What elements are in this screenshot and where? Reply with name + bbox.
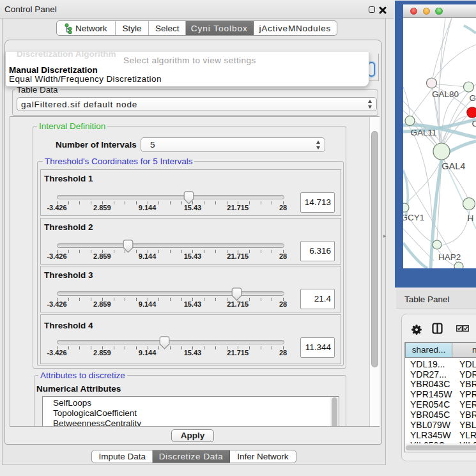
svg-text:GAL4: GAL4: [441, 161, 465, 171]
svg-text:C: C: [472, 119, 476, 128]
svg-text:GAL11: GAL11: [410, 128, 436, 137]
svg-text:H: H: [468, 213, 474, 223]
svg-text:HAP2: HAP2: [438, 252, 461, 262]
svg-text:GCY1: GCY1: [403, 213, 424, 222]
svg-text:GA: GA: [470, 93, 476, 103]
svg-text:GAL80: GAL80: [432, 89, 459, 99]
